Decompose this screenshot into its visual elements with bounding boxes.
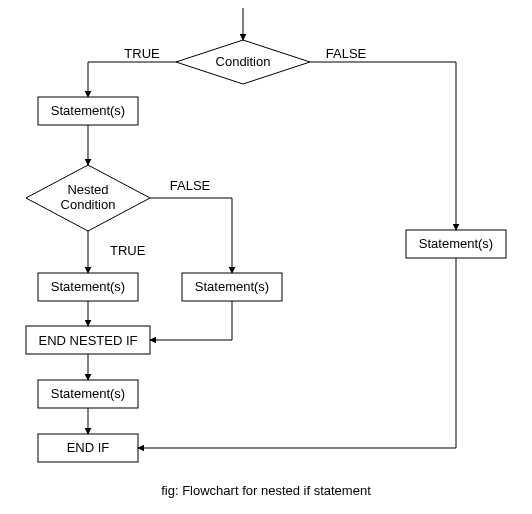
end-nested-label: END NESTED IF — [39, 333, 138, 348]
edge-nested-false — [150, 198, 232, 273]
stmt-true-outer-label: Statement(s) — [51, 103, 125, 118]
edge-cond-true — [88, 62, 176, 97]
end-if-label: END IF — [67, 440, 110, 455]
caption: fig: Flowchart for nested if statement — [161, 483, 371, 498]
condition-label: Condition — [216, 54, 271, 69]
stmt-false-outer-label: Statement(s) — [419, 236, 493, 251]
edge-nf-to-endnested — [150, 301, 232, 340]
label-false-nested: FALSE — [170, 178, 211, 193]
label-false-outer: FALSE — [326, 46, 367, 61]
stmt-after-nested-label: Statement(s) — [51, 386, 125, 401]
nested-cond-l2: Condition — [61, 197, 116, 212]
edge-cond-false — [310, 62, 456, 230]
flowchart-diagram: Condition TRUE FALSE Statement(s) Nested… — [0, 0, 532, 514]
stmt-nested-true-label: Statement(s) — [51, 279, 125, 294]
stmt-nested-false-label: Statement(s) — [195, 279, 269, 294]
nested-cond-l1: Nested — [67, 182, 108, 197]
label-true-outer: TRUE — [124, 46, 160, 61]
label-true-nested: TRUE — [110, 243, 146, 258]
